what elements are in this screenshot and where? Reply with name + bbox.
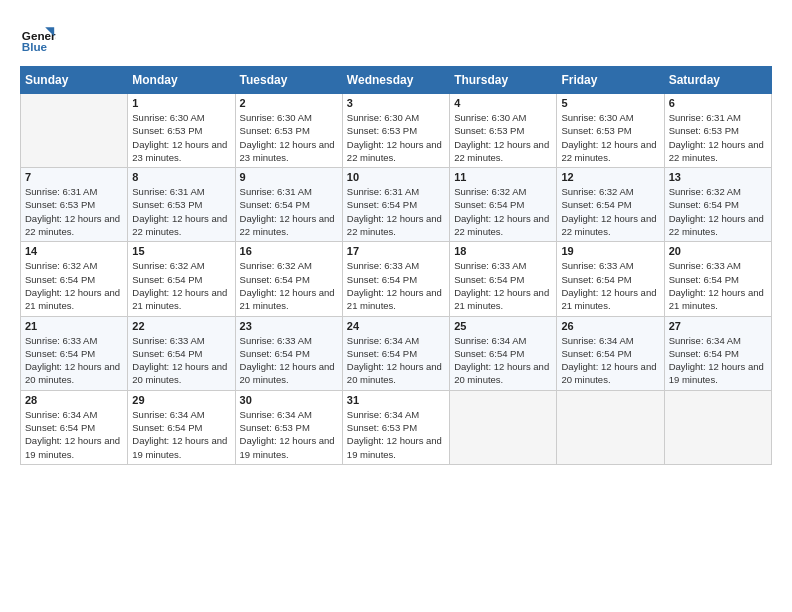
daylight-label: Daylight: 12 hours and 23 minutes. <box>240 139 335 163</box>
day-number: 31 <box>347 394 445 406</box>
day-info: Sunrise: 6:31 AMSunset: 6:54 PMDaylight:… <box>240 185 338 238</box>
day-info: Sunrise: 6:34 AMSunset: 6:54 PMDaylight:… <box>132 408 230 461</box>
calendar-day-cell: 15Sunrise: 6:32 AMSunset: 6:54 PMDayligh… <box>128 242 235 316</box>
day-number: 22 <box>132 320 230 332</box>
logo-icon: General Blue <box>20 20 56 56</box>
calendar-day-cell: 11Sunrise: 6:32 AMSunset: 6:54 PMDayligh… <box>450 168 557 242</box>
day-info: Sunrise: 6:34 AMSunset: 6:54 PMDaylight:… <box>669 334 767 387</box>
day-info: Sunrise: 6:33 AMSunset: 6:54 PMDaylight:… <box>454 259 552 312</box>
sunrise-label: Sunrise: 6:34 AM <box>454 335 526 346</box>
daylight-label: Daylight: 12 hours and 20 minutes. <box>454 361 549 385</box>
day-info: Sunrise: 6:31 AMSunset: 6:53 PMDaylight:… <box>669 111 767 164</box>
sunset-label: Sunset: 6:54 PM <box>347 199 417 210</box>
calendar-day-cell: 31Sunrise: 6:34 AMSunset: 6:53 PMDayligh… <box>342 390 449 464</box>
day-number: 4 <box>454 97 552 109</box>
calendar-day-cell <box>450 390 557 464</box>
day-info: Sunrise: 6:32 AMSunset: 6:54 PMDaylight:… <box>240 259 338 312</box>
daylight-label: Daylight: 12 hours and 22 minutes. <box>561 139 656 163</box>
sunrise-label: Sunrise: 6:31 AM <box>347 186 419 197</box>
calendar-day-cell <box>21 94 128 168</box>
sunset-label: Sunset: 6:54 PM <box>25 274 95 285</box>
day-number: 19 <box>561 245 659 257</box>
sunrise-label: Sunrise: 6:32 AM <box>561 186 633 197</box>
day-number: 27 <box>669 320 767 332</box>
sunset-label: Sunset: 6:54 PM <box>454 199 524 210</box>
day-number: 5 <box>561 97 659 109</box>
sunrise-label: Sunrise: 6:31 AM <box>240 186 312 197</box>
calendar-day-cell: 27Sunrise: 6:34 AMSunset: 6:54 PMDayligh… <box>664 316 771 390</box>
sunrise-label: Sunrise: 6:32 AM <box>132 260 204 271</box>
sunset-label: Sunset: 6:53 PM <box>240 125 310 136</box>
calendar-table: SundayMondayTuesdayWednesdayThursdayFrid… <box>20 66 772 465</box>
day-info: Sunrise: 6:32 AMSunset: 6:54 PMDaylight:… <box>132 259 230 312</box>
sunset-label: Sunset: 6:54 PM <box>669 199 739 210</box>
weekday-header-cell: Monday <box>128 67 235 94</box>
sunrise-label: Sunrise: 6:34 AM <box>669 335 741 346</box>
calendar-day-cell: 5Sunrise: 6:30 AMSunset: 6:53 PMDaylight… <box>557 94 664 168</box>
calendar-day-cell: 17Sunrise: 6:33 AMSunset: 6:54 PMDayligh… <box>342 242 449 316</box>
daylight-label: Daylight: 12 hours and 22 minutes. <box>240 213 335 237</box>
sunset-label: Sunset: 6:53 PM <box>240 422 310 433</box>
day-number: 11 <box>454 171 552 183</box>
daylight-label: Daylight: 12 hours and 20 minutes. <box>561 361 656 385</box>
day-info: Sunrise: 6:31 AMSunset: 6:53 PMDaylight:… <box>132 185 230 238</box>
day-number: 12 <box>561 171 659 183</box>
calendar-day-cell: 9Sunrise: 6:31 AMSunset: 6:54 PMDaylight… <box>235 168 342 242</box>
sunrise-label: Sunrise: 6:33 AM <box>669 260 741 271</box>
sunset-label: Sunset: 6:54 PM <box>561 348 631 359</box>
sunrise-label: Sunrise: 6:30 AM <box>454 112 526 123</box>
calendar-day-cell <box>557 390 664 464</box>
sunset-label: Sunset: 6:53 PM <box>132 199 202 210</box>
weekday-header-cell: Wednesday <box>342 67 449 94</box>
daylight-label: Daylight: 12 hours and 21 minutes. <box>454 287 549 311</box>
sunset-label: Sunset: 6:54 PM <box>347 274 417 285</box>
day-number: 9 <box>240 171 338 183</box>
day-info: Sunrise: 6:34 AMSunset: 6:53 PMDaylight:… <box>347 408 445 461</box>
sunset-label: Sunset: 6:54 PM <box>454 274 524 285</box>
weekday-header-cell: Thursday <box>450 67 557 94</box>
sunset-label: Sunset: 6:53 PM <box>25 199 95 210</box>
calendar-day-cell: 13Sunrise: 6:32 AMSunset: 6:54 PMDayligh… <box>664 168 771 242</box>
calendar-day-cell: 20Sunrise: 6:33 AMSunset: 6:54 PMDayligh… <box>664 242 771 316</box>
sunrise-label: Sunrise: 6:30 AM <box>347 112 419 123</box>
sunset-label: Sunset: 6:53 PM <box>347 125 417 136</box>
day-number: 24 <box>347 320 445 332</box>
sunset-label: Sunset: 6:54 PM <box>240 274 310 285</box>
calendar-day-cell: 29Sunrise: 6:34 AMSunset: 6:54 PMDayligh… <box>128 390 235 464</box>
day-number: 14 <box>25 245 123 257</box>
calendar-day-cell: 18Sunrise: 6:33 AMSunset: 6:54 PMDayligh… <box>450 242 557 316</box>
day-info: Sunrise: 6:34 AMSunset: 6:54 PMDaylight:… <box>25 408 123 461</box>
calendar-day-cell: 12Sunrise: 6:32 AMSunset: 6:54 PMDayligh… <box>557 168 664 242</box>
daylight-label: Daylight: 12 hours and 21 minutes. <box>669 287 764 311</box>
calendar-day-cell: 25Sunrise: 6:34 AMSunset: 6:54 PMDayligh… <box>450 316 557 390</box>
calendar-day-cell: 16Sunrise: 6:32 AMSunset: 6:54 PMDayligh… <box>235 242 342 316</box>
daylight-label: Daylight: 12 hours and 21 minutes. <box>240 287 335 311</box>
day-number: 23 <box>240 320 338 332</box>
sunset-label: Sunset: 6:54 PM <box>25 348 95 359</box>
sunrise-label: Sunrise: 6:32 AM <box>454 186 526 197</box>
daylight-label: Daylight: 12 hours and 21 minutes. <box>132 287 227 311</box>
daylight-label: Daylight: 12 hours and 22 minutes. <box>25 213 120 237</box>
day-info: Sunrise: 6:34 AMSunset: 6:53 PMDaylight:… <box>240 408 338 461</box>
sunrise-label: Sunrise: 6:33 AM <box>561 260 633 271</box>
daylight-label: Daylight: 12 hours and 20 minutes. <box>240 361 335 385</box>
day-info: Sunrise: 6:34 AMSunset: 6:54 PMDaylight:… <box>454 334 552 387</box>
daylight-label: Daylight: 12 hours and 22 minutes. <box>669 213 764 237</box>
sunset-label: Sunset: 6:54 PM <box>240 348 310 359</box>
daylight-label: Daylight: 12 hours and 22 minutes. <box>347 139 442 163</box>
sunset-label: Sunset: 6:54 PM <box>25 422 95 433</box>
sunrise-label: Sunrise: 6:33 AM <box>240 335 312 346</box>
sunrise-label: Sunrise: 6:32 AM <box>240 260 312 271</box>
daylight-label: Daylight: 12 hours and 22 minutes. <box>132 213 227 237</box>
day-info: Sunrise: 6:33 AMSunset: 6:54 PMDaylight:… <box>669 259 767 312</box>
sunrise-label: Sunrise: 6:31 AM <box>132 186 204 197</box>
day-number: 28 <box>25 394 123 406</box>
day-info: Sunrise: 6:33 AMSunset: 6:54 PMDaylight:… <box>132 334 230 387</box>
day-number: 10 <box>347 171 445 183</box>
calendar-week-row: 14Sunrise: 6:32 AMSunset: 6:54 PMDayligh… <box>21 242 772 316</box>
sunrise-label: Sunrise: 6:30 AM <box>240 112 312 123</box>
calendar-day-cell: 19Sunrise: 6:33 AMSunset: 6:54 PMDayligh… <box>557 242 664 316</box>
daylight-label: Daylight: 12 hours and 22 minutes. <box>454 213 549 237</box>
calendar-day-cell: 24Sunrise: 6:34 AMSunset: 6:54 PMDayligh… <box>342 316 449 390</box>
calendar-day-cell: 7Sunrise: 6:31 AMSunset: 6:53 PMDaylight… <box>21 168 128 242</box>
